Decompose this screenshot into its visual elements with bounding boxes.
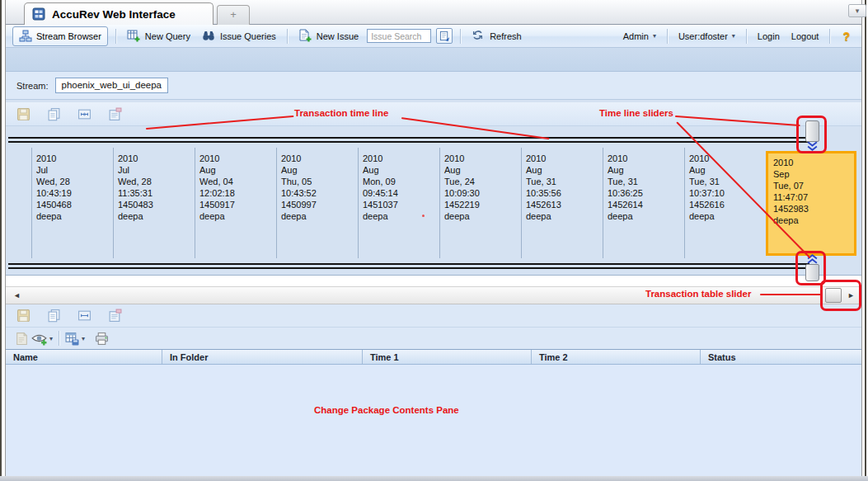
- txn-number: 1450468: [36, 199, 113, 210]
- document-tab-bar: Stream Browser Timeline Diff ×: [6, 48, 861, 72]
- new-query-button[interactable]: New Query: [124, 27, 194, 45]
- txn-user: deepa: [526, 210, 603, 222]
- plus-icon: +: [230, 8, 237, 21]
- txn-day: Wed, 28: [36, 176, 113, 187]
- txn-time: 10:43:19: [36, 187, 113, 199]
- fit-to-window-icon[interactable]: [77, 309, 91, 323]
- issue-queries-button[interactable]: Issue Queries: [199, 27, 279, 45]
- txn-number: 1452613: [526, 199, 603, 210]
- annotation-box-top-slider: [796, 116, 827, 153]
- table-toolbar-row2: ▾ ▾: [6, 328, 861, 349]
- pane-divider: [6, 276, 861, 286]
- annotation-time-line-sliders: Time line sliders: [599, 108, 673, 118]
- stream-label: Stream:: [16, 81, 49, 91]
- stream-browser-button[interactable]: Stream Browser: [12, 26, 108, 46]
- user-menu[interactable]: User:dfoster ▾: [675, 30, 739, 43]
- txn-year: 2010: [689, 153, 766, 164]
- scroll-left-icon[interactable]: ◄: [13, 291, 21, 299]
- properties-icon[interactable]: [108, 107, 122, 121]
- txn-month: Aug: [608, 164, 684, 176]
- refresh-label: Refresh: [490, 31, 522, 41]
- browser-tab-accurev[interactable]: AccuRev Web Interface: [24, 2, 213, 25]
- txn-year: 2010: [281, 153, 358, 164]
- change-package-table-header: Name In Folder Time 1 Time 2 Status: [6, 349, 861, 365]
- timeline-transaction[interactable]: 2010 Aug Tue, 31 10:36:25 1452614 deepa: [603, 148, 684, 258]
- timeline-transaction[interactable]: 2010 Jul Wed, 28 11:35:31 1450483 deepa: [113, 148, 195, 258]
- new-query-icon: [127, 29, 141, 43]
- help-icon[interactable]: ?: [838, 30, 855, 43]
- add-to-view-eye-icon[interactable]: [31, 332, 47, 346]
- refresh-button[interactable]: Refresh: [468, 27, 525, 45]
- window-bottom-strip: [0, 476, 868, 481]
- chevron-down-icon[interactable]: ▾: [82, 335, 85, 342]
- column-header[interactable]: Status: [701, 350, 861, 364]
- new-tab-button[interactable]: +: [217, 5, 250, 25]
- timeline-transaction[interactable]: 2010 Aug Thu, 05 10:43:52 1450997 deepa: [276, 148, 358, 258]
- txn-user: deepa: [199, 210, 276, 222]
- txn-user: deepa: [773, 215, 854, 226]
- logout-link[interactable]: Logout: [788, 30, 823, 43]
- admin-menu[interactable]: Admin ▾: [620, 30, 659, 43]
- fit-to-window-icon[interactable]: [77, 107, 91, 121]
- column-header[interactable]: Name: [6, 350, 162, 364]
- issue-search-go-button[interactable]: [436, 28, 453, 44]
- txn-day: Mon, 09: [363, 176, 439, 187]
- txn-number: 1450997: [281, 199, 358, 210]
- stream-name-value: phoenix_web_ui_deepa: [55, 78, 169, 93]
- annotation-line: [760, 294, 821, 295]
- new-query-label: New Query: [145, 31, 190, 41]
- annotation-dot: [422, 215, 425, 217]
- timeline-transaction[interactable]: 2010 Sep Tue, 07 11:47:07 1452983 deepa: [766, 151, 856, 256]
- window-menu-button[interactable]: ▾: [848, 4, 866, 17]
- timeline-transaction[interactable]: 2010 Aug Wed, 04 12:02:18 1450917 deepa: [195, 148, 276, 258]
- txn-time: 10:09:30: [444, 187, 521, 199]
- promote-icon[interactable]: [15, 332, 29, 346]
- column-header[interactable]: In Folder: [162, 350, 363, 364]
- column-header-label: Name: [13, 352, 38, 362]
- txn-day: Tue, 07: [773, 180, 854, 191]
- timeline-transaction[interactable]: 2010 Aug Tue, 31 10:35:56 1452613 deepa: [521, 148, 603, 258]
- txn-user: deepa: [689, 210, 766, 222]
- txn-time: 12:02:18: [199, 187, 276, 199]
- txn-day: Tue, 31: [689, 176, 766, 187]
- txn-month: Aug: [281, 164, 358, 176]
- main-toolbar: Stream Browser New Query Issue Queries N…: [6, 25, 861, 48]
- txn-number: 1450917: [199, 199, 276, 210]
- print-icon[interactable]: [95, 332, 109, 346]
- new-issue-icon: [298, 29, 312, 43]
- new-issue-button[interactable]: New Issue: [295, 27, 362, 45]
- txn-time: 10:36:25: [608, 187, 684, 199]
- issue-search-input[interactable]: [367, 29, 431, 43]
- chevron-down-icon[interactable]: ▾: [49, 335, 53, 342]
- timeline-transaction[interactable]: 2010 Aug Tue, 31 10:37:10 1452616 deepa: [684, 148, 766, 258]
- txn-month: Sep: [773, 168, 854, 180]
- txn-time: 11:47:07: [773, 191, 854, 203]
- copy-icon[interactable]: [47, 107, 61, 121]
- save-icon[interactable]: [16, 309, 30, 323]
- save-icon[interactable]: [16, 107, 30, 121]
- column-header[interactable]: Time 1: [363, 350, 532, 364]
- copy-icon[interactable]: [47, 309, 61, 323]
- timeline-transaction[interactable]: 2010 Aug Tue, 24 10:09:30 1452219 deepa: [439, 148, 521, 258]
- window-border-right: [861, 0, 862, 476]
- annotation-box-bottom-slider: [795, 251, 826, 285]
- stream-tree-icon: [19, 30, 32, 43]
- column-header[interactable]: Time 2: [532, 350, 701, 364]
- toolbar-separator: [746, 29, 747, 44]
- timeline-transaction[interactable]: 2010 Aug Mon, 09 09:45:14 1451037 deepa: [358, 148, 439, 258]
- timeline-track-bottom: [8, 263, 809, 269]
- login-link[interactable]: Login: [754, 30, 783, 43]
- toolbar-separator: [287, 29, 288, 44]
- chevron-down-icon: ▾: [653, 32, 656, 40]
- column-header-label: In Folder: [170, 352, 208, 362]
- timeline-transaction[interactable]: 2010 Jul Wed, 28 10:43:19 1450468 deepa: [31, 148, 113, 258]
- txn-day: Tue, 31: [608, 176, 684, 187]
- txn-year: 2010: [118, 153, 195, 164]
- txn-year: 2010: [199, 153, 276, 164]
- export-table-icon[interactable]: [65, 332, 79, 346]
- annotation-change-package-pane: Change Package Contents Pane: [314, 405, 459, 415]
- txn-number: 1452219: [444, 199, 521, 210]
- properties-icon[interactable]: [108, 309, 122, 323]
- txn-day: Wed, 04: [199, 176, 276, 187]
- toolbar-separator: [667, 29, 668, 44]
